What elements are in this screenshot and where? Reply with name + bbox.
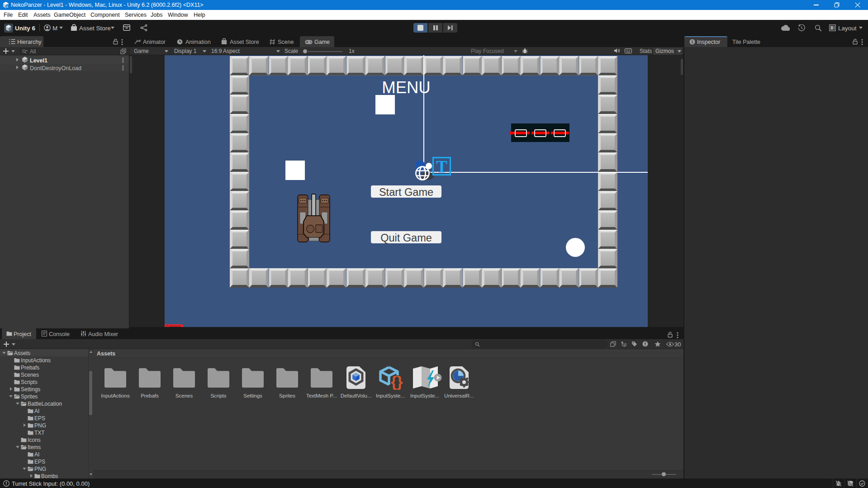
svg-text:{}: {} [391,373,403,390]
svg-text:MENU: MENU [382,78,430,97]
svg-text:Start Game: Start Game [379,186,433,198]
svg-text:T: T [436,157,447,176]
svg-text:6: 6 [6,5,9,9]
svg-text:Quit Game: Quit Game [380,232,432,244]
